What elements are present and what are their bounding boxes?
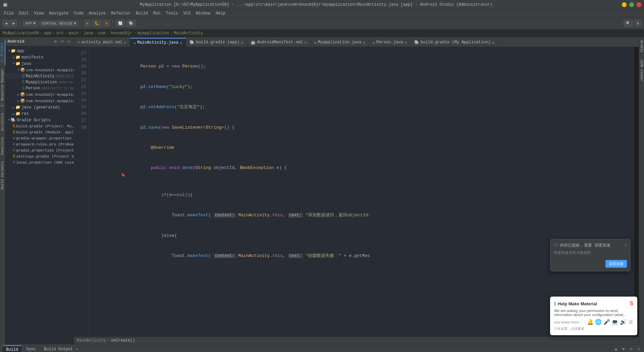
tree-item-res[interactable]: ▶ 📁 res (5, 111, 74, 117)
tree-item-person[interactable]: C Person 2020/12/17 23:38, 4... (5, 85, 74, 91)
tree-item-gradle-project[interactable]: G build.gradle (Project: My_Applic... (5, 123, 74, 129)
stop-button[interactable]: ■ (103, 20, 110, 27)
bc-com[interactable]: com (98, 31, 106, 36)
favorites-tab[interactable]: Favorites (0, 134, 5, 158)
close-panel-icon[interactable]: ✕ (66, 38, 72, 45)
tree-item-package2[interactable]: ▶ 📦 com.hnucm18jr.myapplication (5, 91, 74, 98)
personalize-label[interactable]: 个性设置，点找看者 (554, 326, 633, 331)
code-body[interactable]: Person p2 = new Person(); p2.setName("lu… (89, 47, 634, 337)
back-button[interactable]: ◀ (3, 20, 10, 27)
close-button[interactable]: ✕ (637, 2, 641, 7)
tree-item-gradle-wrapper[interactable]: ≡ gradle-wrapper.properties (Gra... (5, 135, 74, 141)
settings-bottom-icon[interactable]: ≡ (628, 346, 634, 352)
build-output-tab[interactable]: Build Output ✕ (41, 345, 82, 352)
menu-item-navigate[interactable]: Navigate (46, 10, 71, 16)
tab-mainactivity-java[interactable]: ☕ MainActivity.java ✕ (130, 38, 186, 47)
debug-button[interactable]: 🐛 (92, 20, 102, 27)
settings-button[interactable]: ⚙ (634, 20, 641, 27)
sync-tab[interactable]: Sync (23, 346, 39, 352)
settings-icon[interactable]: ≡ (59, 38, 65, 45)
close-tab-xml[interactable]: ✕ (124, 40, 126, 45)
tree-item-package3[interactable]: ▶ 📦 com.hnucm18jr.myapplication (5, 98, 74, 104)
json-viewer-label[interactable]: JSON Viewer (639, 57, 644, 83)
down-button[interactable]: ▼ (621, 346, 626, 352)
tree-item-mainactivity[interactable]: C MainActivity 2020/12/17 2... (5, 73, 74, 79)
tab-activity-main-xml[interactable]: ⚡ activity_main.xml ✕ (74, 38, 130, 47)
minimize-button[interactable]: ─ (622, 2, 627, 7)
menu-item-analyze[interactable]: Analyze (86, 10, 108, 16)
tree-item-manifests[interactable]: ▶ 📁 manifests (5, 54, 74, 60)
bc-hnucm[interactable]: hnucm18jr (111, 31, 132, 36)
dir-icon-java: 📁 (15, 61, 20, 66)
bc-app[interactable]: app (44, 31, 51, 36)
menu-item-window[interactable]: Window (193, 10, 213, 16)
tree-item-java[interactable]: ▼ 📁 java (5, 60, 74, 67)
dir-icon: 📁 (11, 48, 16, 53)
bc-mainactivity[interactable]: MainActivity (174, 31, 203, 36)
menu-item-tools[interactable]: Tools (163, 10, 181, 16)
tab-build-gradle-myapp[interactable]: 🐘 build.gradle (My Application) ✕ (411, 38, 498, 47)
sync-button[interactable]: 🔄 (116, 20, 125, 27)
tree-item-java-gen[interactable]: ▶ 📁 java (generated) (5, 104, 74, 111)
menu-item-code[interactable]: Code (71, 10, 86, 16)
scrollbar-minimap[interactable] (634, 47, 639, 337)
tree-item-settings-gradle[interactable]: G settings.gradle (Project Settings... (5, 153, 74, 160)
code-bc-class[interactable]: MainActivity (77, 338, 106, 343)
tab-build-gradle-app[interactable]: 🐘 build.gradle (app) ✕ (186, 38, 247, 47)
menu-item-help[interactable]: Help (213, 10, 228, 16)
tree-item-myapplication[interactable]: C Myapplication 2020/12/17 (5, 79, 74, 85)
up-button[interactable]: ▲ (613, 346, 619, 352)
menu-item-refactor[interactable]: Refactor (108, 10, 133, 16)
resource-manager-tab[interactable]: 2: Resource Manager (0, 66, 5, 109)
app-dropdown[interactable]: APP ▼ (23, 20, 38, 27)
dir-icon-manifests: 📁 (15, 55, 20, 60)
tab-person-java[interactable]: ☕ Person.java ✕ (369, 38, 411, 47)
tab-androidmanifest-xml[interactable]: 🤖 AndroidManifest.xml ✕ (247, 38, 311, 47)
menu-item-vcs[interactable]: VCS (181, 10, 194, 16)
close-build-output[interactable]: ✕ (76, 347, 78, 352)
bc-java[interactable]: java (84, 31, 93, 36)
run-button[interactable]: ▶ (84, 20, 91, 27)
code-bc-method[interactable]: onCreate() (111, 338, 135, 343)
deep-accelerate-button[interactable]: 深度加速 (605, 260, 627, 268)
tree-item-proguard[interactable]: ≡ proguard-rules.pro (ProGuard... (5, 141, 74, 147)
build-variants-tab[interactable]: Build Variants (0, 159, 5, 192)
close-bottom-panel[interactable]: ✕ (636, 346, 641, 352)
close-tab-myapp[interactable]: ✕ (363, 40, 365, 45)
json-viewer-tab-label[interactable]: JSON Viewer (639, 57, 644, 83)
menu-item-build[interactable]: Build (133, 10, 151, 16)
bc-main[interactable]: main (69, 31, 78, 36)
menu-item-run[interactable]: Run (151, 10, 163, 16)
project-tab[interactable]: 1: Project (0, 40, 5, 65)
maximize-button[interactable]: □ (629, 2, 634, 7)
build-main-tab[interactable]: Build (3, 345, 21, 352)
tree-item-package[interactable]: ▼ 📦 com.hnucm18jr.myapplication (5, 67, 74, 73)
file-icon-mainactivity: C (22, 74, 24, 79)
tree-item-gradle-scripts[interactable]: ▼ 🐘 Gradle Scripts (5, 117, 74, 123)
close-tab-gradle[interactable]: ✕ (241, 40, 244, 45)
device-dropdown[interactable]: VIRTUAL DEVICE ▼ (39, 20, 78, 27)
popup-close-button[interactable]: ✕ (625, 243, 627, 248)
gear-icon[interactable]: ⚙ (53, 38, 58, 45)
close-tab-gradle2[interactable]: ✕ (492, 40, 495, 45)
menu-item-file[interactable]: File (1, 10, 16, 16)
menu-item-edit[interactable]: Edit (16, 10, 32, 16)
close-tab-person[interactable]: ✕ (404, 40, 407, 45)
close-tab-manifest[interactable]: ✕ (304, 40, 307, 45)
bc-project[interactable]: MyApplication50 (3, 31, 39, 36)
bc-myapp[interactable]: myapplication (138, 31, 169, 36)
code-line-24: if(e==null){ (93, 185, 630, 205)
bc-src[interactable]: src (56, 31, 64, 36)
structure-tab[interactable]: Structure (0, 110, 5, 134)
tree-item-app[interactable]: ▼ 📁 app (5, 48, 74, 54)
gradle-tab[interactable]: Gradle (639, 38, 644, 54)
close-tab-main-java[interactable]: ✕ (180, 40, 182, 46)
tree-item-local-props[interactable]: ≡ local.properties (SDK Location)... (5, 160, 74, 166)
gradle-button[interactable]: 🐘 (126, 20, 136, 27)
tree-item-gradle-props[interactable]: ≡ gradle.properties (Project Prop... (5, 147, 74, 153)
menu-item-view[interactable]: View (32, 10, 47, 16)
tree-item-gradle-app[interactable]: G build.gradle (Module: app) 202... (5, 129, 74, 135)
forward-button[interactable]: ▶ (10, 20, 17, 27)
search-everywhere-button[interactable]: 🔍 (624, 20, 633, 27)
tab-myapplication-java[interactable]: ☕ Myapplication.java ✕ (311, 38, 369, 47)
